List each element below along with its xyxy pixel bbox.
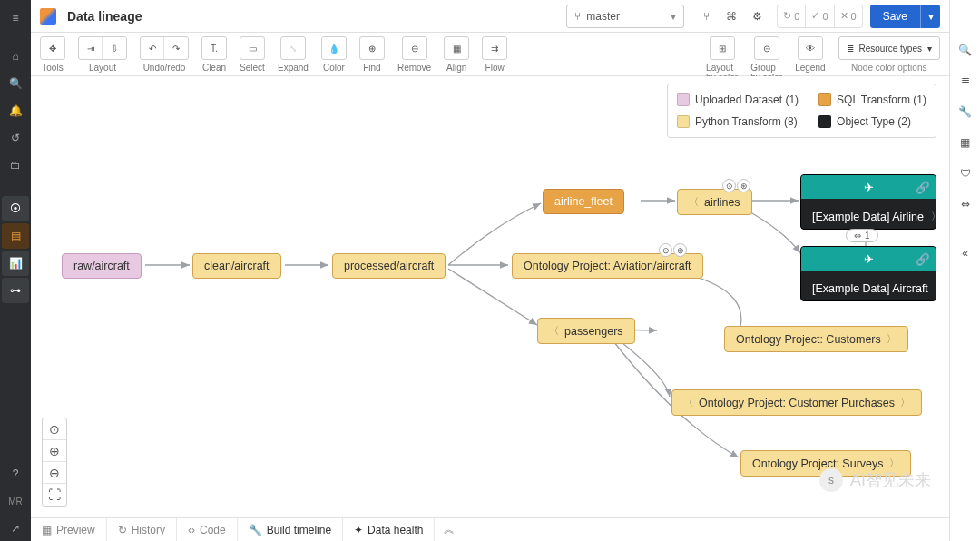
legend-toggle-icon[interactable]: 👁	[799, 37, 822, 59]
tools-icon[interactable]: ✥	[41, 37, 64, 59]
node-raw-aircraft[interactable]: raw/aircraft	[62, 253, 142, 279]
bell-icon[interactable]: 🔔	[2, 98, 29, 123]
legend-swatch-uploaded	[677, 93, 690, 106]
toolbar-label-color: Color	[323, 63, 345, 73]
legend-label-python: Python Transform (8)	[695, 115, 798, 128]
rr-shield-icon[interactable]: 🛡	[953, 162, 978, 185]
node-ontology-surveys[interactable]: Ontology Project: Surveys〉	[740, 450, 911, 477]
rr-list-icon[interactable]: ≣	[953, 69, 978, 93]
node-airlines-badges[interactable]: ⊙⊛	[722, 179, 750, 192]
tab-history[interactable]: ↻ History	[107, 518, 177, 541]
nav-item-lineage[interactable]: ⊶	[2, 278, 29, 303]
folder-icon[interactable]: 🗀	[2, 152, 29, 178]
nav-item-chart[interactable]: 📊	[2, 251, 29, 276]
zoom-controls: ⊙ ⊕ ⊖ ⛶	[42, 418, 67, 507]
resource-types-dropdown[interactable]: ≣Resource types▾	[838, 36, 940, 60]
help-icon[interactable]: ?	[2, 461, 29, 487]
tab-preview[interactable]: ▦ Preview	[31, 518, 107, 541]
shortcut-icon[interactable]: ⌘	[719, 5, 744, 28]
toolbar-label-tools: Tools	[42, 63, 63, 73]
branch-graph-icon[interactable]: ⑂	[693, 5, 719, 28]
find-icon[interactable]: ⊕	[360, 37, 384, 59]
expand-icon-btn[interactable]: ⤡	[281, 37, 305, 59]
node-clean-aircraft[interactable]: clean/aircraft	[192, 253, 281, 279]
toolbar-label-find: Find	[363, 63, 380, 73]
node-object-aircraft[interactable]: ✈🔗 [Example Data] Aircraft〉	[800, 246, 936, 301]
undo-icon[interactable]: ↶	[141, 37, 164, 59]
node-airline-fleet[interactable]: airline_fleet	[543, 189, 624, 214]
stat-ok[interactable]: ✓ 0	[806, 5, 834, 27]
node-object-airline[interactable]: ✈🔗 [Example Data] Airline〉	[800, 174, 936, 230]
user-badge[interactable]: MR	[2, 488, 29, 514]
toolbar-label-remove: Remove	[397, 63, 431, 73]
redo-icon[interactable]: ↷	[164, 37, 188, 59]
node-ontology-customers[interactable]: Ontology Project: Customers〉	[724, 326, 908, 352]
link-count-badge[interactable]: ⇔ 1	[846, 229, 878, 242]
history-icon[interactable]: ↺	[2, 125, 29, 151]
clean-icon[interactable]: T.	[202, 37, 226, 59]
page-title: Data lineage	[67, 9, 142, 24]
toolbar-label-layout: Layout	[89, 63, 116, 73]
tab-code[interactable]: ‹› Code	[177, 518, 238, 541]
legend-panel: Uploaded Dataset (1) SQL Transform (1) P…	[667, 84, 936, 138]
toolbar-label-undo: Undo/redo	[143, 63, 186, 73]
node-color-sublabel: Node color options	[851, 63, 926, 73]
save-button[interactable]: Save	[870, 5, 920, 28]
legend-label-uploaded: Uploaded Dataset (1)	[695, 93, 799, 106]
tabs-collapse-icon[interactable]: ︽	[435, 518, 464, 541]
expand-icon[interactable]: ↗	[2, 516, 29, 541]
node-ontology-aviation[interactable]: Ontology Project: Aviation/aircraft	[512, 253, 703, 279]
menu-icon[interactable]: ≡	[2, 5, 29, 31]
tab-data-health[interactable]: ✦ Data health	[343, 518, 435, 541]
zoom-out-icon[interactable]: ⊖	[43, 462, 66, 484]
nav-item-dataset[interactable]: ▤	[2, 223, 29, 249]
search-icon[interactable]: 🔍	[2, 71, 29, 96]
plane-icon: ✈	[864, 181, 874, 194]
node-passengers[interactable]: 〈passengers	[537, 318, 635, 344]
stat-error[interactable]: ✕ 0	[835, 5, 862, 27]
group-by-color-icon[interactable]: ⊝	[755, 37, 779, 59]
node-airlines[interactable]: 〈airlines	[677, 189, 752, 215]
layout-ltr-icon[interactable]: ⇥	[79, 37, 103, 59]
chevron-left-icon: 〈	[549, 324, 559, 338]
node-aviation-badges[interactable]: ⊙⊛	[659, 243, 687, 257]
layout-ttb-icon[interactable]: ⇩	[103, 37, 126, 59]
rr-calendar-icon[interactable]: ▦	[953, 131, 978, 154]
rr-search-icon[interactable]: 🔍	[953, 38, 978, 62]
zoom-in-icon[interactable]: ⊕	[43, 440, 66, 462]
gear-icon[interactable]: ⚙	[744, 5, 769, 28]
node-processed-aircraft[interactable]: processed/aircraft	[332, 253, 446, 279]
color-icon[interactable]: 💧	[322, 37, 346, 59]
chevron-down-icon: ▾	[671, 10, 676, 23]
flow-icon[interactable]: ⇉	[483, 37, 506, 59]
rr-collapse-icon[interactable]: «	[953, 241, 978, 265]
align-icon[interactable]: ▦	[445, 37, 468, 59]
tab-build-timeline[interactable]: 🔧 Build timeline	[238, 518, 343, 541]
save-dropdown[interactable]: ▾	[920, 5, 940, 28]
right-rail: 🔍 ≣ 🔧 ▦ 🛡 ⇔ «	[949, 0, 980, 541]
link-icon: 🔗	[916, 252, 930, 266]
branch-icon: ⑂	[574, 10, 581, 23]
plane-icon: ✈	[864, 252, 874, 266]
rr-expand-icon[interactable]: ⇔	[953, 192, 978, 216]
home-icon[interactable]: ⌂	[2, 44, 29, 69]
chevron-right-icon: 〉	[936, 281, 936, 295]
node-ontology-purchases[interactable]: 〈Ontology Project: Customer Purchases〉	[671, 389, 922, 416]
remove-icon[interactable]: ⊖	[403, 37, 426, 59]
select-icon[interactable]: ▭	[240, 37, 264, 59]
fullscreen-icon[interactable]: ⛶	[43, 484, 66, 506]
chevron-right-icon: 〉	[931, 210, 936, 223]
toolbar-label-align: Align	[446, 63, 466, 73]
top-bar: Data lineage ⑂ master ▾ ⑂ ⌘ ⚙ ↻ 0 ✓ 0 ✕ …	[31, 0, 949, 33]
lineage-canvas[interactable]: Uploaded Dataset (1) SQL Transform (1) P…	[31, 76, 949, 517]
rr-wrench-icon[interactable]: 🔧	[953, 100, 978, 123]
nav-item-selected-1[interactable]: ⦿	[2, 196, 29, 221]
zoom-fit-icon[interactable]: ⊙	[43, 418, 66, 440]
toolbar-label-flow: Flow	[485, 63, 505, 73]
branch-selector[interactable]: ⑂ master ▾	[566, 5, 684, 28]
save-button-group: Save ▾	[870, 5, 940, 28]
left-nav-rail: ≡ ⌂ 🔍 🔔 ↺ 🗀 ⦿ ▤ 📊 ⊶ ? MR ↗	[0, 0, 31, 541]
toolbar-label-expand: Expand	[278, 63, 309, 73]
layout-by-color-icon[interactable]: ⊞	[710, 37, 734, 59]
stat-refresh[interactable]: ↻ 0	[778, 5, 806, 27]
